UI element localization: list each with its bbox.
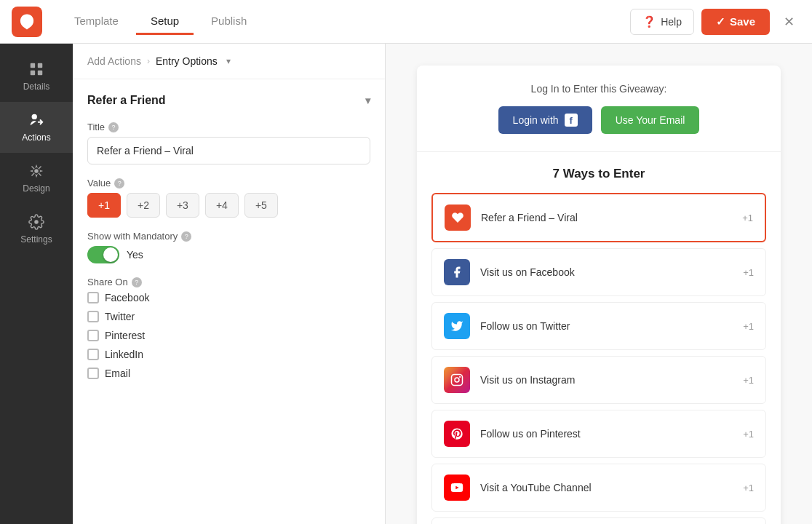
login-title: Log In to Enter this Giveaway:	[431, 83, 766, 95]
entry-points-facebook: +1	[743, 267, 754, 278]
sidebar-item-details[interactable]: Details	[0, 51, 73, 102]
title-label: Title ?	[87, 122, 370, 132]
sidebar-design-label: Design	[23, 183, 49, 194]
actions-icon	[28, 112, 44, 128]
preview-panel: Log In to Enter this Giveaway: Login wit…	[386, 44, 812, 524]
checkbox-email-input[interactable]	[87, 368, 99, 379]
breadcrumb-arrow-icon: ›	[147, 56, 150, 66]
login-buttons: Login with f Use Your Email	[431, 106, 766, 134]
svg-point-10	[455, 378, 459, 382]
section-collapse-icon[interactable]: ▾	[365, 95, 370, 106]
svg-rect-9	[452, 375, 463, 386]
email-login-button[interactable]: Use Your Email	[601, 106, 700, 134]
title-group: Title ?	[87, 122, 370, 164]
checkbox-email[interactable]: Email	[87, 368, 370, 379]
entry-icon-facebook	[444, 259, 470, 285]
svg-point-8	[34, 220, 39, 224]
entry-pinterest[interactable]: Follow us on Pinterest +1	[431, 410, 766, 458]
facebook-login-button[interactable]: Login with f	[498, 106, 592, 134]
checkbox-linkedin[interactable]: LinkedIn	[87, 349, 370, 360]
twitter-icon	[450, 319, 463, 333]
toggle-row: Yes	[87, 246, 370, 263]
svg-rect-2	[31, 63, 35, 68]
form-section: Refer a Friend ▾ Title ? Value ? +1 +2	[73, 79, 385, 524]
help-label: Help	[661, 16, 682, 28]
facebook-icon: f	[565, 114, 578, 127]
mandatory-group: Show with Mandatory ? Yes	[87, 231, 370, 263]
tab-setup[interactable]: Setup	[136, 9, 194, 35]
value-help-icon[interactable]: ?	[114, 178, 124, 188]
svg-point-1	[25, 23, 28, 25]
entry-refer[interactable]: Refer a Friend – Viral +1	[431, 193, 766, 242]
checkbox-twitter[interactable]: Twitter	[87, 311, 370, 322]
svg-point-7	[34, 169, 39, 173]
entry-facebook[interactable]: Visit us on Facebook +1	[431, 248, 766, 296]
pinterest-icon	[450, 427, 463, 440]
entry-icon-instagram	[444, 367, 470, 393]
entry-email[interactable]: Join an Email Newsletter +1	[431, 517, 766, 524]
breadcrumb-add-actions[interactable]: Add Actions	[87, 55, 141, 67]
share-on-group: Share On ? Facebook Twitter Pinterest	[87, 277, 370, 379]
checkbox-pinterest-input[interactable]	[87, 330, 99, 341]
login-with-text: Login with	[513, 114, 559, 126]
sidebar-details-label: Details	[23, 82, 50, 92]
value-btn-3[interactable]: +3	[166, 193, 199, 218]
value-group: Value ? +1 +2 +3 +4 +5	[87, 178, 370, 218]
preview-card: Log In to Enter this Giveaway: Login wit…	[417, 66, 781, 524]
entry-points-youtube: +1	[743, 483, 754, 493]
login-section: Log In to Enter this Giveaway: Login wit…	[417, 66, 781, 152]
sidebar-item-settings[interactable]: Settings	[0, 204, 73, 255]
tab-publish[interactable]: Publish	[196, 9, 261, 35]
title-help-icon[interactable]: ?	[108, 122, 119, 132]
nav-right: ❓ Help ✓ Save ✕	[630, 9, 800, 35]
value-btn-2[interactable]: +2	[127, 193, 160, 218]
logo	[12, 7, 42, 37]
mandatory-label: Show with Mandatory ?	[87, 231, 370, 242]
mandatory-toggle[interactable]	[87, 246, 119, 263]
entry-text-youtube: Visit a YouTube Channel	[480, 482, 733, 493]
save-label: Save	[730, 15, 755, 28]
ways-title: 7 Ways to Enter	[431, 167, 766, 181]
entry-text-facebook: Visit us on Facebook	[480, 266, 733, 278]
help-button[interactable]: ❓ Help	[630, 9, 694, 35]
entry-twitter[interactable]: Follow us on Twitter +1	[431, 302, 766, 350]
value-label: Value ?	[87, 178, 370, 188]
save-button[interactable]: ✓ Save	[701, 9, 770, 35]
checkbox-linkedin-input[interactable]	[87, 349, 99, 360]
value-btn-1[interactable]: +1	[87, 193, 121, 218]
tab-template[interactable]: Template	[60, 9, 133, 35]
value-buttons: +1 +2 +3 +4 +5	[87, 193, 370, 218]
youtube-icon	[450, 481, 463, 494]
share-on-label: Share On ?	[87, 277, 370, 287]
value-btn-4[interactable]: +4	[205, 193, 239, 218]
grid-icon	[28, 61, 44, 77]
sidebar: Details Actions Design Settings	[0, 44, 73, 524]
entry-youtube[interactable]: Visit a YouTube Channel +1	[431, 464, 766, 512]
design-icon	[28, 163, 44, 179]
value-btn-5[interactable]: +5	[244, 193, 278, 218]
instagram-icon	[450, 373, 463, 386]
nav-tabs: Template Setup Publish	[60, 9, 630, 35]
svg-rect-4	[31, 71, 35, 75]
sidebar-settings-label: Settings	[20, 234, 52, 245]
sidebar-item-design[interactable]: Design	[0, 153, 73, 204]
share-help-icon[interactable]: ?	[132, 277, 142, 287]
content-panel: Add Actions › Entry Options ▾ Refer a Fr…	[73, 44, 386, 524]
entry-icon-pinterest	[444, 421, 470, 447]
entry-instagram[interactable]: Visit us on Instagram +1	[431, 356, 766, 404]
svg-rect-3	[38, 63, 42, 68]
sidebar-item-actions[interactable]: Actions	[0, 102, 73, 153]
checkbox-pinterest[interactable]: Pinterest	[87, 330, 370, 341]
svg-rect-5	[38, 71, 42, 75]
entry-icon-youtube	[444, 475, 470, 501]
close-button[interactable]: ✕	[777, 10, 800, 33]
checkbox-twitter-input[interactable]	[87, 311, 99, 322]
entry-icon-twitter	[444, 313, 470, 339]
breadcrumb-entry-options[interactable]: Entry Options	[156, 55, 218, 67]
checkbox-facebook[interactable]: Facebook	[87, 292, 370, 303]
checkbox-group: Facebook Twitter Pinterest LinkedIn	[87, 292, 370, 379]
mandatory-help-icon[interactable]: ?	[181, 231, 191, 242]
entry-text-twitter: Follow us on Twitter	[480, 320, 733, 332]
checkbox-facebook-input[interactable]	[87, 292, 99, 303]
title-input[interactable]	[87, 137, 370, 164]
